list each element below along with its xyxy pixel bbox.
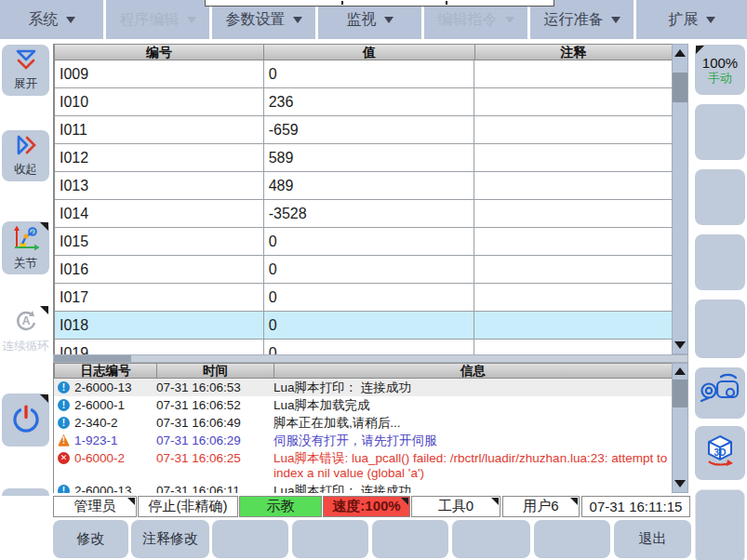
menu-extension[interactable]: 扩展 [636, 0, 747, 39]
log-row[interactable]: !2-6000-1307-31 16:06:53Lua脚本打印： 连接成功 [54, 379, 673, 396]
table-row[interactable]: I0170 [55, 284, 673, 312]
status-user-frame[interactable]: 用户6 [502, 496, 580, 517]
row-comment-cell [474, 60, 673, 87]
corner-flag-icon [491, 498, 499, 505]
table-row[interactable]: I0180 [55, 312, 673, 340]
log-message-cell: Lua脚本错误: lua_pcall() failed: /rbctrl/lua… [273, 451, 671, 483]
scrollbar-thumb[interactable] [673, 380, 687, 407]
exit-button[interactable]: 退出 [614, 520, 691, 558]
log-time-cell: 07-31 16:06:29 [156, 433, 273, 447]
status-run-state[interactable]: 停止(非精确) [138, 496, 238, 517]
power-button[interactable] [2, 393, 49, 447]
empty-button-3[interactable] [372, 520, 448, 558]
joint-label: 关节 [14, 256, 37, 272]
menu-label: 扩展 [669, 10, 699, 30]
empty-button-2[interactable] [292, 520, 368, 558]
modify-button[interactable]: 修改 [53, 520, 128, 558]
log-row[interactable]: !2-6000-1307-31 16:06:11Lua脚本打印： 连接成功 [54, 482, 673, 493]
row-id-cell: I009 [55, 60, 264, 87]
collapse-icon [14, 134, 38, 160]
corner-flag-icon [696, 46, 704, 54]
row-comment-cell [474, 144, 673, 171]
variable-table-hscrollbar[interactable] [53, 354, 688, 363]
right-empty-button-4[interactable] [695, 300, 745, 358]
right-empty-button-1[interactable] [695, 104, 745, 160]
joint-coord-button[interactable]: 关节 [2, 221, 49, 274]
col-header-log-id: 日志编号 [55, 364, 157, 378]
log-row[interactable]: !1-923-107-31 16:06:29伺服没有打开，请先打开伺服 [54, 432, 673, 449]
status-user-level[interactable]: 管理员 [53, 496, 137, 517]
comment-modify-button[interactable]: 注释修改 [131, 520, 209, 558]
row-value-cell: 0 [264, 228, 475, 255]
table-row[interactable]: I010236 [55, 88, 673, 116]
log-row[interactable]: !2-340-207-31 16:06:49脚本正在加载,请稍后... [54, 414, 673, 432]
expand-button[interactable]: 展开 [2, 45, 49, 96]
empty-button-4[interactable] [452, 520, 530, 558]
continuous-loop-button[interactable]: A 连续循环 [2, 305, 49, 358]
warn-icon: ! [58, 434, 70, 447]
scroll-down-icon[interactable] [673, 476, 687, 491]
scroll-up-icon[interactable] [673, 364, 687, 379]
log-row[interactable]: !2-6000-107-31 16:06:52Lua脚本加载完成 [54, 396, 673, 414]
speed-value: 100% [702, 55, 738, 71]
manual-mode-label: 手动 [708, 71, 732, 85]
row-comment-cell [474, 88, 673, 115]
teach-pendant-icon [699, 373, 741, 414]
hscrollbar-thumb[interactable] [54, 355, 131, 362]
log-code-cell: !2-6000-13 [54, 380, 156, 394]
scrollbar-thumb[interactable] [673, 73, 687, 102]
empty-button-5[interactable] [534, 520, 610, 558]
log-message-cell: Lua脚本加载完成 [273, 398, 671, 414]
scroll-up-icon[interactable] [673, 46, 687, 60]
log-message-cell: 脚本正在加载,请稍后... [273, 416, 671, 432]
teach-pendant-button[interactable] [695, 367, 745, 419]
collapse-button[interactable]: 收起 [2, 130, 49, 181]
expand-icon [14, 48, 38, 74]
col-header-message: 信息 [274, 364, 672, 378]
row-comment-cell [474, 340, 673, 354]
right-empty-button-5[interactable] [695, 489, 745, 560]
log-row[interactable]: ✕0-6000-207-31 16:06:25Lua脚本错误: lua_pcal… [54, 449, 673, 483]
table-row[interactable]: I014-3528 [55, 200, 673, 228]
table-row[interactable]: I0160 [55, 256, 673, 284]
menu-label: 参数设置 [226, 10, 286, 30]
table-row[interactable]: I013489 [55, 172, 673, 200]
log-code: 2-340-2 [74, 416, 118, 430]
log-code-cell: !2-6000-13 [54, 484, 156, 493]
table-row[interactable]: I0150 [55, 228, 673, 256]
right-empty-button-3[interactable] [695, 234, 745, 290]
log-code-cell: ✕0-6000-2 [54, 451, 156, 465]
log-code: 0-6000-2 [74, 451, 125, 465]
speed-mode-button[interactable]: 100% 手动 [695, 45, 745, 95]
variable-table-scrollbar[interactable] [672, 44, 688, 354]
row-comment-cell [474, 284, 673, 311]
table-row[interactable]: I011-659 [55, 116, 673, 144]
chevron-down-icon [706, 17, 715, 23]
svg-text:3D: 3D [714, 447, 727, 458]
svg-text:A: A [21, 314, 30, 327]
chevron-down-icon [293, 17, 302, 23]
table-row[interactable]: I0190 [55, 340, 673, 354]
row-comment-cell [474, 200, 673, 227]
status-teach-mode[interactable]: 示教 [239, 496, 322, 517]
status-speed[interactable]: 速度:100% [323, 496, 410, 517]
view-3d-button[interactable]: 3D [695, 426, 745, 480]
scroll-down-icon[interactable] [673, 338, 687, 353]
log-code-cell: !1-923-1 [54, 433, 156, 447]
row-id-cell: I010 [55, 88, 264, 115]
row-comment-cell [474, 172, 673, 199]
menu-system[interactable]: 系统 [0, 0, 103, 39]
col-header-comment: 注释 [475, 45, 672, 60]
table-row[interactable]: I0090 [55, 60, 673, 88]
right-empty-button-2[interactable] [695, 169, 745, 225]
row-value-cell: 0 [264, 284, 475, 311]
status-tool[interactable]: 工具0 [411, 496, 500, 517]
table-row[interactable]: I012589 [55, 144, 673, 172]
menu-label: 编辑指令 [438, 10, 498, 30]
empty-button-1[interactable] [212, 520, 288, 558]
log-time-cell: 07-31 16:06:11 [156, 484, 273, 493]
log-table-scrollbar[interactable] [672, 363, 688, 493]
chevron-down-icon [505, 17, 514, 23]
log-table-rows: !2-6000-1307-31 16:06:53Lua脚本打印： 连接成功!2-… [54, 379, 673, 493]
corner-flag-icon [40, 394, 48, 403]
